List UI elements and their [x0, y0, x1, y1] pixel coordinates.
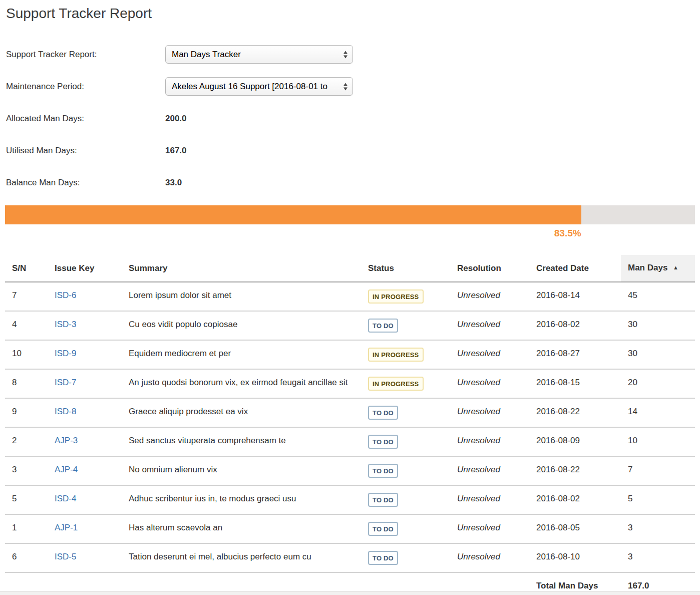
allocated-man-days-value: 200.0	[165, 114, 187, 124]
column-header-sn[interactable]: S/N	[5, 255, 48, 282]
column-header-man-days[interactable]: Man Days ▲	[621, 255, 695, 282]
man-days-cell: 3	[621, 543, 695, 572]
resolution-cell: Unresolved	[450, 282, 529, 311]
summary-cell: Tation deserunt ei mel, albucius perfect…	[122, 543, 361, 572]
resolution-cell: Unresolved	[450, 543, 529, 572]
report-type-select-value: Man Days Tracker	[172, 50, 241, 60]
man-days-cell: 10	[621, 427, 695, 456]
balance-man-days-row: Balance Man Days: 33.0	[5, 173, 695, 192]
summary-cell: No omnium alienum vix	[122, 456, 361, 485]
created-date-cell: 2016-08-22	[529, 456, 621, 485]
allocated-man-days-row: Allocated Man Days: 200.0	[5, 109, 695, 128]
bottom-scroll-strip	[0, 591, 700, 595]
balance-man-days-value: 33.0	[165, 178, 182, 188]
sn-cell: 1	[5, 514, 48, 543]
sn-cell: 10	[5, 340, 48, 369]
table-row: 2 AJP-3 Sed sanctus vituperata comprehen…	[5, 427, 695, 456]
man-days-cell: 30	[621, 340, 695, 369]
status-badge: TO DO	[368, 435, 398, 449]
progress-label-wrap: 83.5%	[5, 228, 581, 239]
status-badge: TO DO	[368, 493, 398, 507]
maintenance-period-label: Maintenance Period:	[6, 82, 165, 92]
page-title: Support Tracker Report	[6, 5, 695, 22]
progress-bar-track	[5, 205, 695, 224]
status-badge: TO DO	[368, 464, 398, 478]
status-badge: TO DO	[368, 319, 398, 333]
summary-cell: Graece aliquip prodesset ea vix	[122, 398, 361, 427]
issue-key-link[interactable]: AJP-4	[55, 465, 78, 474]
report-type-row: Support Tracker Report: Man Days Tracker	[5, 45, 695, 64]
table-row: 3 AJP-4 No omnium alienum vix TO DO Unre…	[5, 456, 695, 485]
created-date-cell: 2016-08-15	[529, 369, 621, 398]
man-days-cell: 45	[621, 282, 695, 311]
created-date-cell: 2016-08-27	[529, 340, 621, 369]
column-header-summary[interactable]: Summary	[122, 255, 361, 282]
column-header-resolution[interactable]: Resolution	[450, 255, 529, 282]
sn-cell: 5	[5, 485, 48, 514]
summary-cell: Has alterum scaevola an	[122, 514, 361, 543]
table-row: 7 ISD-6 Lorem ipsum dolor sit amet IN PR…	[5, 282, 695, 311]
issue-key-link[interactable]: ISD-7	[55, 378, 76, 387]
status-badge: IN PROGRESS	[368, 377, 424, 391]
summary-cell: An justo quodsi bonorum vix, ex eirmod f…	[122, 369, 361, 398]
table-row: 6 ISD-5 Tation deserunt ei mel, albucius…	[5, 543, 695, 572]
maintenance-period-row: Maintenance Period: Akeles August 16 Sup…	[5, 77, 695, 96]
column-header-status[interactable]: Status	[361, 255, 450, 282]
resolution-cell: Unresolved	[450, 456, 529, 485]
utilised-man-days-value: 167.0	[165, 146, 187, 156]
table-row: 10 ISD-9 Equidem mediocrem et per IN PRO…	[5, 340, 695, 369]
column-header-issue-key[interactable]: Issue Key	[48, 255, 122, 282]
column-header-created-date[interactable]: Created Date	[529, 255, 621, 282]
status-badge: IN PROGRESS	[368, 289, 424, 304]
report-type-select[interactable]: Man Days Tracker	[165, 45, 353, 64]
created-date-cell: 2016-08-10	[529, 543, 621, 572]
resolution-cell: Unresolved	[450, 485, 529, 514]
issue-key-link[interactable]: ISD-6	[55, 290, 76, 300]
man-days-cell: 30	[621, 311, 695, 340]
resolution-cell: Unresolved	[450, 398, 529, 427]
man-days-cell: 14	[621, 398, 695, 427]
utilised-man-days-row: Utilised Man Days: 167.0	[5, 141, 695, 160]
status-badge: TO DO	[368, 522, 398, 536]
issue-key-link[interactable]: ISD-4	[55, 494, 76, 503]
issue-key-link[interactable]: AJP-1	[55, 523, 78, 532]
maintenance-period-select-value: Akeles August 16 Support [2016-08-01 to	[172, 82, 327, 92]
status-badge: TO DO	[368, 551, 398, 565]
summary-cell: Cu eos vidit populo copiosae	[122, 311, 361, 340]
progress-percent-label: 83.5%	[554, 228, 581, 238]
issue-key-link[interactable]: ISD-5	[55, 552, 76, 561]
status-badge: TO DO	[368, 406, 398, 420]
table-header-row: S/N Issue Key Summary Status Resolution …	[5, 255, 695, 282]
summary-cell: Lorem ipsum dolor sit amet	[122, 282, 361, 311]
table-row: 5 ISD-4 Adhuc scribentur ius in, te modu…	[5, 485, 695, 514]
resolution-cell: Unresolved	[450, 427, 529, 456]
created-date-cell: 2016-08-02	[529, 311, 621, 340]
status-badge: IN PROGRESS	[368, 348, 424, 362]
issue-key-link[interactable]: ISD-3	[55, 320, 76, 329]
issue-key-link[interactable]: ISD-8	[55, 407, 76, 416]
resolution-cell: Unresolved	[450, 369, 529, 398]
man-days-cell: 20	[621, 369, 695, 398]
table-row: 1 AJP-1 Has alterum scaevola an TO DO Un…	[5, 514, 695, 543]
maintenance-period-select[interactable]: Akeles August 16 Support [2016-08-01 to	[165, 77, 353, 96]
column-header-man-days-label: Man Days	[628, 263, 667, 272]
man-days-cell: 3	[621, 514, 695, 543]
issue-key-link[interactable]: ISD-9	[55, 349, 76, 358]
summary-cell: Sed sanctus vituperata comprehensam te	[122, 427, 361, 456]
issue-key-link[interactable]: AJP-3	[55, 436, 78, 445]
man-days-cell: 7	[621, 456, 695, 485]
table-row: 8 ISD-7 An justo quodsi bonorum vix, ex …	[5, 369, 695, 398]
summary-cell: Adhuc scribentur ius in, te modus graeci…	[122, 485, 361, 514]
select-caret-icon	[343, 51, 347, 58]
table-row: 4 ISD-3 Cu eos vidit populo copiosae TO …	[5, 311, 695, 340]
resolution-cell: Unresolved	[450, 514, 529, 543]
created-date-cell: 2016-08-05	[529, 514, 621, 543]
created-date-cell: 2016-08-14	[529, 282, 621, 311]
utilised-man-days-label: Utilised Man Days:	[6, 146, 165, 156]
created-date-cell: 2016-08-22	[529, 398, 621, 427]
allocated-man-days-label: Allocated Man Days:	[6, 114, 165, 124]
sn-cell: 4	[5, 311, 48, 340]
resolution-cell: Unresolved	[450, 311, 529, 340]
issues-table: S/N Issue Key Summary Status Resolution …	[5, 255, 695, 595]
man-days-cell: 5	[621, 485, 695, 514]
